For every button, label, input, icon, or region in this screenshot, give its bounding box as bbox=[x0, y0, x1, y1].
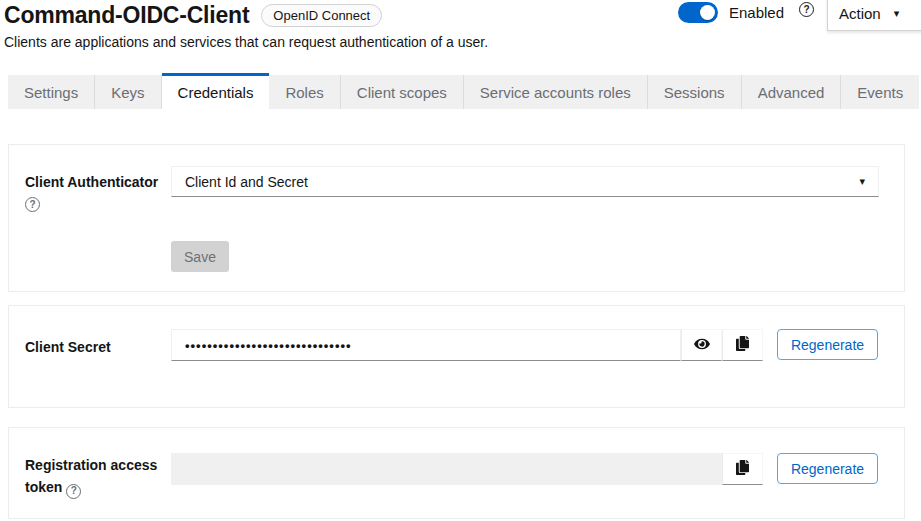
show-secret-button[interactable] bbox=[681, 329, 722, 361]
action-dropdown-label: Action bbox=[839, 5, 881, 22]
registration-token-card: Registration access token? Regenerate bbox=[8, 427, 905, 519]
copy-icon bbox=[736, 336, 749, 354]
save-button[interactable]: Save bbox=[171, 241, 229, 272]
protocol-badge: OpenID Connect bbox=[261, 4, 382, 27]
tab-advanced[interactable]: Advanced bbox=[742, 75, 842, 109]
client-secret-input-group: •••••••••••••••••••••••••••••• bbox=[171, 329, 763, 361]
credentials-page: Command-OIDC-Client OpenID Connect Clien… bbox=[0, 0, 921, 521]
regenerate-secret-button[interactable]: Regenerate bbox=[777, 329, 878, 360]
client-tabs: Settings Keys Credentials Roles Client s… bbox=[8, 73, 919, 109]
registration-token-label-line1: Registration access bbox=[25, 457, 157, 473]
client-secret-card: Client Secret ••••••••••••••••••••••••••… bbox=[8, 305, 905, 408]
client-authenticator-label: Client Authenticator bbox=[25, 171, 175, 193]
tab-settings[interactable]: Settings bbox=[8, 75, 95, 109]
toggle-knob bbox=[700, 5, 715, 20]
registration-token-label-line2: token bbox=[25, 479, 62, 495]
tab-roles[interactable]: Roles bbox=[269, 75, 340, 109]
enabled-label: Enabled bbox=[729, 4, 784, 21]
page-subtitle: Clients are applications and services th… bbox=[4, 34, 488, 50]
tab-service-accounts-roles[interactable]: Service accounts roles bbox=[464, 75, 648, 109]
client-authenticator-select[interactable]: Client Id and Secret ▾ bbox=[171, 166, 879, 197]
tab-events[interactable]: Events bbox=[841, 75, 919, 109]
registration-token-help-icon[interactable]: ? bbox=[66, 484, 81, 499]
tab-keys[interactable]: Keys bbox=[95, 75, 161, 109]
client-authenticator-card: Client Authenticator ? Client Id and Sec… bbox=[8, 144, 905, 292]
registration-token-label: Registration access token? bbox=[25, 454, 173, 499]
action-dropdown[interactable]: Action ▾ bbox=[827, 0, 921, 31]
tab-sessions[interactable]: Sessions bbox=[648, 75, 742, 109]
caret-down-icon: ▾ bbox=[859, 176, 865, 187]
client-authenticator-selected-value: Client Id and Secret bbox=[185, 174, 308, 190]
page-header: Command-OIDC-Client OpenID Connect bbox=[4, 2, 382, 29]
tab-client-scopes[interactable]: Client scopes bbox=[341, 75, 464, 109]
client-authenticator-help-icon[interactable]: ? bbox=[25, 197, 40, 212]
page-title: Command-OIDC-Client bbox=[4, 2, 249, 29]
client-secret-field[interactable]: •••••••••••••••••••••••••••••• bbox=[171, 329, 681, 361]
copy-icon bbox=[736, 460, 749, 478]
client-secret-label: Client Secret bbox=[25, 336, 111, 358]
enabled-help-icon[interactable]: ? bbox=[799, 2, 814, 17]
eye-icon bbox=[694, 337, 710, 354]
copy-token-button[interactable] bbox=[722, 453, 763, 485]
regenerate-token-button[interactable]: Regenerate bbox=[777, 453, 878, 484]
copy-secret-button[interactable] bbox=[722, 329, 763, 361]
enabled-toggle[interactable] bbox=[678, 2, 718, 23]
caret-down-icon: ▾ bbox=[894, 8, 900, 19]
tab-credentials[interactable]: Credentials bbox=[162, 73, 270, 109]
registration-token-field bbox=[171, 453, 722, 485]
